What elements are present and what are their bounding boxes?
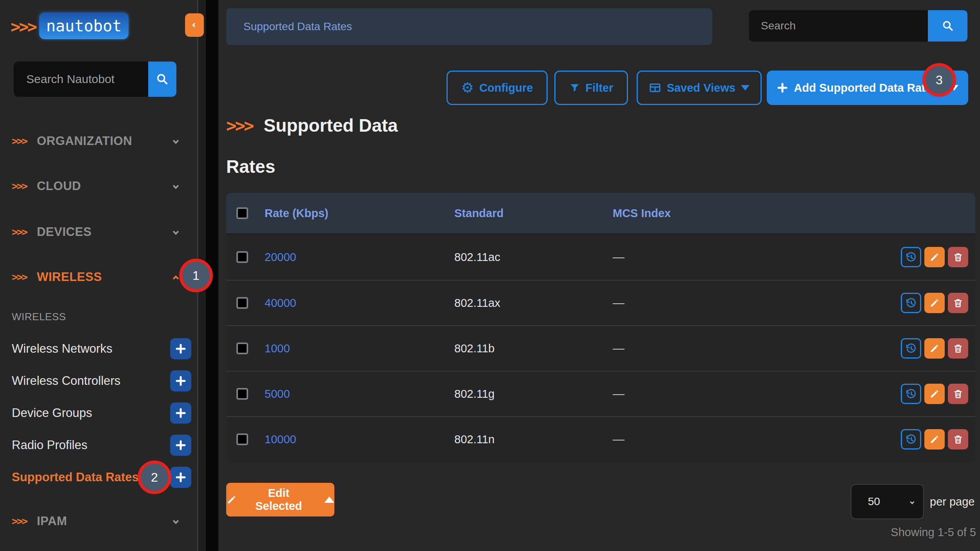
sidebar-item-wireless-controllers[interactable]: Wireless Controllers	[12, 370, 191, 392]
chevron-up-icon	[324, 497, 334, 503]
delete-button[interactable]	[948, 384, 968, 404]
plus-icon	[175, 471, 187, 483]
changelog-button[interactable]	[901, 247, 921, 267]
row-checkbox[interactable]	[236, 297, 248, 309]
annotation-circle-1: 1	[179, 259, 213, 292]
rate-link[interactable]: 5000	[265, 388, 290, 401]
sidebar-group-organization[interactable]: >>> ORGANIZATION	[12, 129, 187, 153]
search-icon	[942, 20, 954, 32]
column-header-rate[interactable]: Rate (Kbps)	[265, 207, 328, 220]
chevron-down-icon	[741, 85, 750, 91]
pencil-icon	[929, 252, 940, 263]
sidebar-group-cloud[interactable]: >>> CLOUD	[12, 174, 187, 198]
sidebar-group-wireless[interactable]: >>> WIRELESS	[12, 265, 187, 289]
breadcrumb-link[interactable]: Supported Data Rates	[226, 8, 352, 45]
add-device-group-button[interactable]	[170, 402, 191, 424]
sidebar-item-device-groups[interactable]: Device Groups	[12, 402, 191, 424]
trash-icon	[953, 434, 964, 445]
pencil-icon	[929, 388, 940, 399]
column-header-standard[interactable]: Standard	[454, 207, 504, 220]
column-header-mcs[interactable]: MCS Index	[613, 207, 671, 220]
history-icon	[905, 297, 917, 309]
add-wireless-controller-button[interactable]	[170, 370, 191, 392]
delete-button[interactable]	[948, 429, 968, 450]
filter-button[interactable]: Filter	[554, 71, 628, 105]
sidebar-group-ipam[interactable]: >>> IPAM	[12, 509, 187, 533]
rate-link[interactable]: 40000	[265, 297, 296, 310]
group-chevrons-icon: >>>	[12, 271, 27, 283]
row-checkbox[interactable]	[236, 251, 248, 263]
row-checkbox[interactable]	[236, 388, 248, 400]
delete-button[interactable]	[948, 247, 968, 267]
search-input[interactable]	[749, 10, 928, 42]
changelog-button[interactable]	[901, 429, 921, 450]
history-icon	[905, 433, 917, 445]
history-icon	[905, 251, 917, 263]
changelog-button[interactable]	[901, 293, 921, 313]
table-icon	[649, 82, 661, 94]
mcs-value: —	[613, 433, 624, 446]
trash-icon	[953, 252, 964, 263]
chevron-down-icon	[174, 518, 178, 525]
plus-icon	[175, 439, 187, 451]
annotation-circle-3: 3	[922, 63, 956, 97]
edit-button[interactable]	[924, 338, 945, 359]
row-checkbox[interactable]	[236, 433, 248, 445]
standard-value: 802.11ax	[454, 297, 500, 310]
edit-button[interactable]	[924, 293, 945, 313]
per-page-label: per page	[930, 484, 975, 519]
group-label: DEVICES	[37, 225, 92, 239]
configure-button[interactable]: ⚙ Configure	[446, 71, 548, 105]
table-row: 10000 802.11n —	[226, 416, 975, 462]
add-radio-profile-button[interactable]	[170, 435, 191, 456]
page-title: >>>Supported Data Rates	[226, 105, 440, 187]
group-label: WIRELESS	[37, 270, 102, 284]
history-icon	[905, 388, 917, 400]
pencil-icon	[929, 297, 940, 308]
mcs-value: —	[613, 387, 624, 401]
group-chevrons-icon: >>>	[12, 135, 27, 147]
group-label: CLOUD	[37, 179, 81, 193]
standard-value: 802.11ac	[454, 251, 500, 264]
select-all-checkbox[interactable]	[236, 207, 248, 219]
add-supported-data-rate-plus-button[interactable]	[170, 467, 191, 488]
rate-link[interactable]: 1000	[265, 342, 290, 355]
mcs-value: —	[613, 296, 624, 310]
changelog-button[interactable]	[901, 384, 921, 404]
changelog-button[interactable]	[901, 338, 921, 359]
history-icon	[905, 343, 917, 354]
data-table: Rate (Kbps) Standard MCS Index 20000 802…	[226, 193, 975, 462]
edit-button[interactable]	[924, 429, 945, 450]
delete-button[interactable]	[948, 293, 968, 313]
standard-value: 802.11b	[454, 342, 495, 355]
search-icon	[156, 72, 169, 86]
edit-button[interactable]	[924, 384, 945, 404]
delete-button[interactable]	[948, 338, 968, 359]
plus-icon	[175, 375, 187, 387]
sidebar-item-radio-profiles[interactable]: Radio Profiles	[12, 435, 191, 456]
sidebar-section-heading: WIRELESS	[12, 311, 66, 323]
edit-button[interactable]	[924, 247, 945, 267]
sidebar-collapse-button[interactable]	[185, 13, 204, 37]
group-chevrons-icon: >>>	[12, 226, 27, 238]
table-row: 20000 802.11ac —	[226, 234, 975, 280]
rate-link[interactable]: 20000	[265, 251, 296, 264]
mcs-value: —	[613, 342, 624, 355]
brand-logo[interactable]: nautobot	[39, 13, 129, 39]
trash-icon	[953, 343, 964, 354]
edit-selected-button[interactable]: Edit Selected	[226, 483, 334, 517]
sidebar-search-input[interactable]	[14, 62, 148, 97]
add-wireless-network-button[interactable]	[170, 338, 191, 359]
sidebar-group-devices[interactable]: >>> DEVICES	[12, 220, 187, 244]
annotation-circle-2: 2	[138, 460, 171, 494]
chevron-left-icon	[192, 23, 196, 27]
row-checkbox[interactable]	[236, 343, 248, 354]
search-button[interactable]	[928, 10, 967, 42]
sidebar-item-wireless-networks[interactable]: Wireless Networks	[12, 338, 191, 359]
per-page-select[interactable]: 50	[851, 484, 924, 519]
breadcrumb: Supported Data Rates	[226, 8, 712, 45]
saved-views-button[interactable]: Saved Views	[637, 71, 762, 105]
sidebar-search-button[interactable]	[148, 62, 176, 97]
rate-link[interactable]: 10000	[265, 433, 296, 446]
showing-count: Showing 1-5 of 5	[891, 526, 976, 539]
